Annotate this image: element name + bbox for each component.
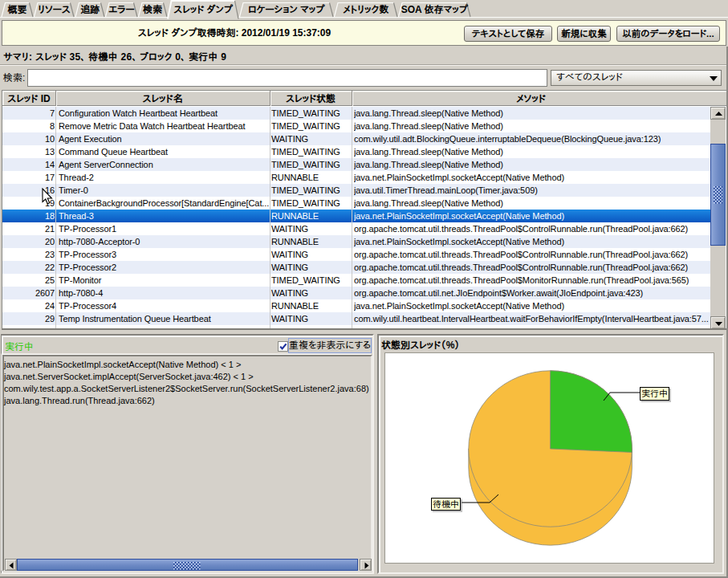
svg-text:メトリック数: メトリック数 (343, 4, 388, 15)
svg-text:追跡: 追跡 (80, 4, 100, 15)
svg-text:スレッド ダンプ: スレッド ダンプ (173, 4, 234, 15)
svg-text:SOA 依存マップ: SOA 依存マップ (401, 4, 469, 15)
svg-text:エラー: エラー (108, 4, 135, 15)
svg-text:ロケーション マップ: ロケーション マップ (248, 4, 325, 15)
svg-text:検索: 検索 (142, 4, 162, 15)
svg-text:概要: 概要 (8, 4, 27, 15)
svg-text:リソース: リソース (38, 4, 71, 15)
